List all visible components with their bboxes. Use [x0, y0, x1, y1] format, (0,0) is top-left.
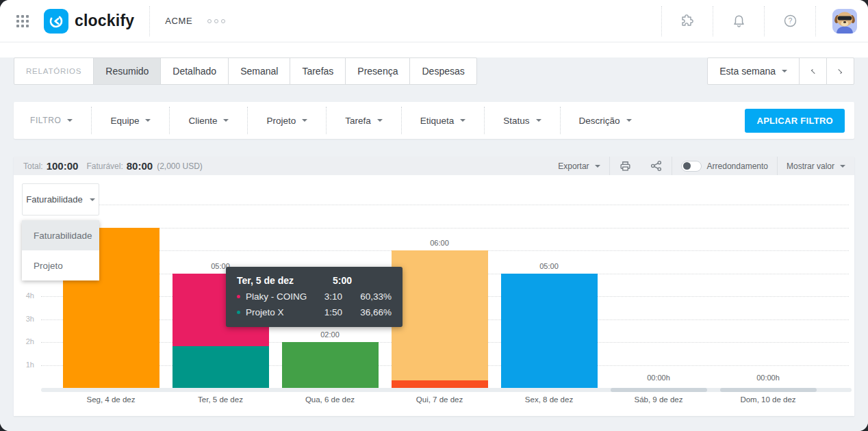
tabs-section-label: RELATÓRIOS [14, 57, 94, 85]
show-value-selector[interactable]: Mostrar valor [777, 157, 854, 175]
share-button[interactable] [641, 157, 672, 175]
filter-etiqueta[interactable]: Etiqueta [402, 107, 485, 134]
divider [149, 6, 150, 36]
billable-value: 80:00 [127, 160, 153, 172]
filter-status[interactable]: Status [485, 107, 560, 134]
zero-bar [611, 388, 707, 392]
topbar: clockify ACME ? [0, 0, 868, 42]
chevron-down-icon [145, 119, 151, 122]
rounding-toggle[interactable] [681, 161, 702, 172]
period-label: Esta semana [719, 66, 776, 77]
x-axis-label: Seg, 4 de dez [56, 395, 166, 404]
x-axis-label: Sáb, 9 de dez [604, 395, 713, 404]
grouping-select[interactable]: Faturabilidade [22, 183, 99, 216]
bar-segment[interactable] [501, 274, 598, 389]
menu-option-projeto[interactable]: Projeto [22, 250, 99, 280]
period-selector[interactable]: Esta semana [707, 57, 800, 85]
tooltip-series-percent: 60,33% [360, 291, 392, 302]
chevron-right-icon [837, 68, 842, 73]
integrations-puzzle-icon[interactable] [679, 13, 695, 29]
divider [815, 6, 816, 36]
tooltip-total: 5:00 [333, 275, 352, 286]
x-axis-label: Ter, 5 de dez [166, 395, 275, 404]
filter-tarefa[interactable]: Tarefa [327, 107, 402, 134]
tooltip-series-time: 1:50 [324, 307, 360, 317]
chevron-down-icon [782, 70, 787, 73]
report-tabs: RELATÓRIOS ResumidoDetalhadoSemanalTaref… [14, 57, 477, 85]
bar-value-label: 00:00h [713, 374, 823, 382]
billable-amount: (2,000 USD) [157, 161, 203, 171]
tooltip-series-name: Projeto X [246, 307, 324, 317]
rounding-control: Arredondamento [672, 157, 777, 175]
filter-projeto[interactable]: Projeto [248, 107, 327, 134]
bar-segment[interactable] [282, 342, 379, 388]
menu-option-faturabilidade[interactable]: Faturabilidade [22, 220, 99, 250]
tooltip-rows: Plaky - COING3:1060,33%Projeto X1:5036,6… [237, 291, 392, 317]
chevron-down-icon [595, 165, 600, 168]
workspace-menu-icon[interactable] [207, 19, 225, 23]
series-color-dot [237, 295, 240, 298]
filter-cliente[interactable]: Cliente [170, 107, 248, 134]
series-color-dot [237, 311, 240, 314]
tooltip-date: Ter, 5 de dez [237, 275, 333, 286]
topbar-actions: ? [657, 6, 857, 36]
prev-period-button[interactable] [799, 57, 827, 85]
total-label: Total: [23, 161, 43, 171]
chevron-down-icon [90, 198, 95, 201]
tab-tarefas[interactable]: Tarefas [290, 57, 346, 85]
print-button[interactable] [609, 157, 641, 175]
export-button[interactable]: Exportar [549, 157, 609, 175]
total-value: 100:00 [47, 160, 79, 172]
filter-equipe[interactable]: Equipe [92, 107, 170, 134]
apps-grid-icon[interactable] [16, 15, 29, 27]
divider [661, 6, 662, 36]
tab-detalhado[interactable]: Detalhado [160, 57, 229, 85]
chevron-down-icon [377, 119, 383, 122]
bar-segment[interactable] [392, 380, 488, 388]
tab-presença[interactable]: Presença [345, 57, 410, 85]
x-axis-label: Qui, 7 de dez [385, 395, 494, 404]
apply-filter-button[interactable]: APLICAR FILTRO [745, 109, 845, 133]
tooltip-series-percent: 36,66% [360, 307, 392, 317]
clockify-logo[interactable]: clockify [44, 9, 134, 34]
next-period-button[interactable] [826, 57, 854, 85]
brand-name: clockify [75, 12, 134, 30]
tab-semanal[interactable]: Semanal [228, 57, 290, 85]
x-axis-label: Qua, 6 de dez [275, 395, 385, 404]
chevron-down-icon [626, 119, 632, 122]
user-avatar[interactable] [832, 9, 857, 34]
printer-icon [619, 159, 632, 172]
filter-bar: FILTRO EquipeClienteProjetoTarefaEtiquet… [14, 102, 854, 139]
tabs-row: RELATÓRIOS ResumidoDetalhadoSemanalTaref… [14, 57, 854, 85]
divider [764, 6, 765, 36]
divider [713, 6, 713, 36]
chevron-down-icon [67, 119, 73, 122]
tooltip-series-time: 3:10 [324, 291, 360, 302]
period-controls: Esta semana [707, 57, 854, 85]
tab-resumido[interactable]: Resumido [93, 57, 161, 85]
tooltip-header: Ter, 5 de dez 5:00 [237, 275, 392, 286]
y-axis-tick: 1h [14, 361, 34, 369]
clockify-app-window: clockify ACME ? [0, 0, 868, 431]
chevron-down-icon [223, 119, 229, 122]
tab-despesas[interactable]: Despesas [409, 57, 476, 85]
chart-header: Total: 100:00 Faturável: 80:00 (2,000 US… [14, 157, 854, 175]
notifications-bell-icon[interactable] [730, 13, 747, 29]
chevron-left-icon [811, 68, 816, 73]
bar-segment[interactable] [392, 250, 488, 380]
x-axis-label: Sex, 8 de dez [494, 395, 604, 404]
rounding-label: Arredondamento [707, 161, 768, 171]
tooltip-row: Plaky - COING3:1060,33% [237, 291, 392, 302]
clockify-clock-icon [44, 9, 68, 34]
share-icon [650, 159, 663, 172]
bar-segment[interactable] [173, 346, 269, 388]
chevron-down-icon [536, 119, 541, 122]
filter-descrição[interactable]: Descrição [561, 107, 650, 134]
help-icon[interactable]: ? [782, 13, 798, 29]
workspace-name[interactable]: ACME [165, 16, 192, 26]
report-content: RELATÓRIOS ResumidoDetalhadoSemanalTaref… [0, 57, 868, 431]
y-axis-tick: 2h [14, 337, 34, 345]
chart-plot: Faturabilidade FaturabilidadeProjeto Ter… [14, 175, 854, 416]
filter-label[interactable]: FILTRO [14, 107, 92, 134]
gridline-7h [41, 228, 849, 228]
